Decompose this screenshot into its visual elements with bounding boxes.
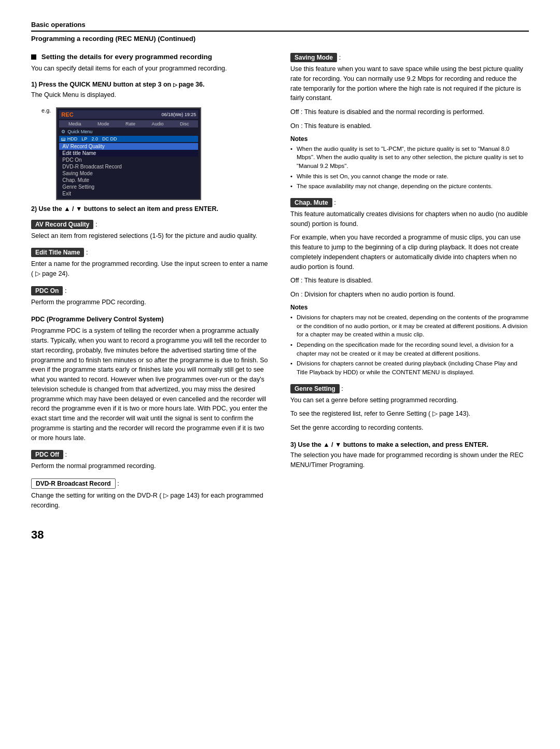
screen-top-bar: REC 06/18(We) 19:25 [59, 110, 198, 119]
chap-mute-note-1: Divisions for chapters may not be create… [290, 313, 529, 339]
saving-mode-intro: Use this feature when you want to save s… [290, 64, 529, 103]
pdc-on-badge: PDC On : [31, 286, 270, 298]
screen-item-saving: Saving Mode [59, 170, 198, 177]
saving-mode-badge: Saving Mode : [290, 53, 529, 64]
step3-section: 3) Use the ▲ / ▼ buttons to make a selec… [290, 441, 529, 470]
chap-mute-section: Chap. Mute : This feature automatically … [290, 198, 529, 377]
step1-note: The Quick Menu is displayed. [31, 90, 270, 100]
pdc-off-badge: PDC Off : [31, 450, 270, 461]
chap-mute-para2: For example, when you have recorded a pr… [290, 233, 529, 272]
screen-datetime: 06/18(We) 19:25 [161, 112, 196, 117]
chap-mute-off: Off : This feature is disabled. [290, 276, 529, 286]
saving-mode-note-2: While this is set On, you cannot change … [290, 172, 529, 181]
pdc-system-title: PDC (Programme Delivery Control System) [31, 315, 270, 324]
av-record-quality-badge: AV Record Quality : [31, 220, 270, 231]
dvdr-broadcast-badge: DVD-R Broadcast Record : [31, 478, 270, 491]
screen-item-genre: Genre Setting [59, 183, 198, 190]
dvdr-broadcast-section: DVD-R Broadcast Record : Change the sett… [31, 478, 270, 511]
screen-item-chap: Chap. Mute [59, 177, 198, 183]
genre-setting-para3: Set the genre according to recording con… [290, 423, 529, 433]
screen-menu-cols: Media Mode Rate Audio Disc [59, 120, 198, 128]
saving-mode-on: On : This feature is enabled. [290, 121, 529, 131]
header-section: Basic operations [31, 21, 529, 32]
chap-mute-notes: Notes Divisions for chapters may not be … [290, 304, 529, 377]
rec-menu-screen: REC 06/18(We) 19:25 Media Mode Rate Audi… [56, 107, 201, 200]
pdc-system-text: Programme PDC is a system of telling the… [31, 326, 270, 443]
genre-setting-intro: You can set a genre before setting progr… [290, 395, 529, 405]
screen-logo: REC [61, 111, 73, 118]
chap-mute-note-3: Divisions for chapters cannot be created… [290, 359, 529, 376]
screen-item-dvd-r: DVD-R Broadcast Record [59, 163, 198, 170]
saving-mode-off: Off : This feature is disabled and the n… [290, 107, 529, 117]
screen-item-pdc-on: PDC On [59, 157, 198, 163]
saving-mode-section: Saving Mode : Use this feature when you … [290, 53, 529, 191]
edit-title-name-text: Enter a name for the programmed recordin… [31, 259, 270, 279]
chap-mute-notes-title: Notes [290, 304, 529, 311]
genre-setting-section: Genre Setting : You can set a genre befo… [290, 384, 529, 433]
saving-mode-notes-title: Notes [290, 135, 529, 143]
screen-item-av: AV Record Quality [59, 143, 198, 150]
eg-label: e.g. [41, 107, 51, 114]
step2-label: 2) Use the ▲ / ▼ buttons to select an it… [31, 205, 270, 213]
step1-section: 1) Press the QUICK MENU button at step 3… [31, 81, 270, 100]
screen-item-edit: Edit title Name [59, 150, 198, 157]
chap-mute-intro: This feature automatically creates divis… [290, 209, 529, 229]
pdc-off-text: Perform the normal programmed recording. [31, 461, 270, 471]
step3-text: The selection you have made for programm… [290, 450, 529, 470]
chap-mute-notes-list: Divisions for chapters may not be create… [290, 313, 529, 377]
sub-header: Programming a recording (REC MENU) (Cont… [31, 35, 529, 43]
dvdr-broadcast-text: Change the setting for writing on the DV… [31, 491, 270, 511]
section-heading: Setting the details for every programmed… [31, 53, 270, 61]
left-column: Setting the details for every programmed… [31, 53, 270, 518]
section-intro-text: You can specify detail items for each of… [31, 64, 270, 74]
edit-title-name-badge: Edit Title Name : [31, 248, 270, 259]
chap-mute-on: On : Division for chapters when no audio… [290, 290, 529, 300]
basic-operations-label: Basic operations [31, 21, 529, 29]
genre-setting-para2: To see the registered list, refer to Gen… [290, 409, 529, 419]
chap-mute-badge: Chap. Mute : [290, 198, 529, 209]
av-record-quality-section: AV Record Quality : Select an item from … [31, 220, 270, 241]
quick-menu-row: ⚙ Quick Menu [59, 129, 198, 135]
step3-label: 3) Use the ▲ / ▼ buttons to make a selec… [290, 441, 529, 448]
step1-label: 1) Press the QUICK MENU button at step 3… [31, 81, 270, 88]
genre-setting-badge: Genre Setting : [290, 384, 529, 395]
av-record-quality-text: Select an item from registered selection… [31, 231, 270, 241]
edit-title-name-section: Edit Title Name : Enter a name for the p… [31, 248, 270, 279]
step2-section: 2) Use the ▲ / ▼ buttons to select an it… [31, 205, 270, 213]
screen-simulation: e.g. REC 06/18(We) 19:25 Media Mode Rate… [41, 107, 270, 200]
saving-mode-note-3: The space availability may not change, d… [290, 182, 529, 191]
square-icon [31, 54, 36, 60]
saving-mode-note-1: When the audio quality is set to "L-PCM"… [290, 145, 529, 171]
saving-mode-notes: Notes When the audio quality is set to "… [290, 135, 529, 191]
right-column: Saving Mode : Use this feature when you … [290, 53, 529, 518]
section-intro: Setting the details for every programmed… [31, 53, 270, 74]
page-number: 38 [31, 528, 529, 542]
chap-mute-note-2: Depending on the specification made for … [290, 341, 529, 358]
pdc-on-text: Perform the programme PDC recording. [31, 298, 270, 307]
screen-status-bar: 🖴 HDD LP 2.0 DC DD [59, 136, 198, 142]
pdc-on-section: PDC On : Perform the programme PDC recor… [31, 286, 270, 307]
screen-item-exit: Exit [59, 190, 198, 197]
saving-mode-notes-list: When the audio quality is set to "L-PCM"… [290, 145, 529, 191]
pdc-system-section: PDC (Programme Delivery Control System) … [31, 315, 270, 443]
pdc-off-section: PDC Off : Perform the normal programmed … [31, 450, 270, 471]
